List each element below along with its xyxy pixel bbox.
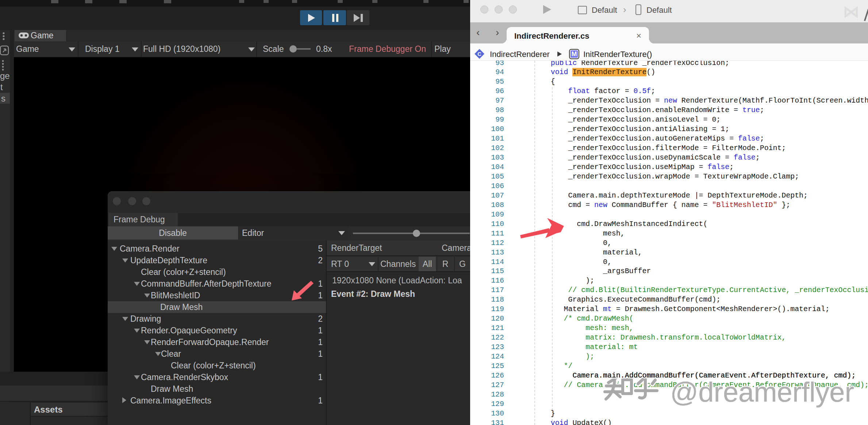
svg-text:s: s <box>1 93 5 103</box>
svg-text:@dreamerflyer: @dreamerflyer <box>670 376 854 407</box>
svg-text:ge: ge <box>0 71 10 81</box>
svg-text:Camera.main.AddCommandBuffer(C: Camera.main.AddCommandBuffer(CameraEvent… <box>573 371 856 380</box>
svg-text:t: t <box>0 82 3 92</box>
